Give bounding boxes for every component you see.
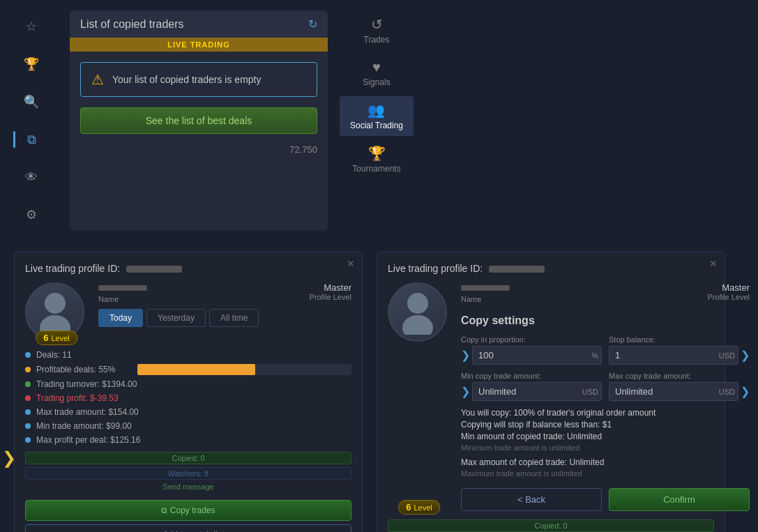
copy-icon[interactable]: ⧉	[19, 127, 44, 152]
star-icon[interactable]: ☆	[19, 14, 44, 39]
right-trader-card: ✕ Live trading profile ID: 6 Level	[377, 252, 725, 532]
stat-dot-turnover	[25, 381, 31, 387]
proportion-arrow-left[interactable]: ❯	[461, 349, 470, 362]
copy-info-3-sub: Minimum trade amount is unlimited	[461, 443, 750, 452]
sidebar: ☆ 🏆 🔍 ⧉ 👁 ⚙	[0, 7, 63, 234]
left-profile-top: 6 Level Name Master Profile Level T	[25, 282, 351, 342]
trophy-icon[interactable]: 🏆	[19, 52, 44, 77]
stat-turnover: Trading turnover: $1394.00	[25, 379, 351, 389]
warning-icon: ⚠	[91, 71, 104, 88]
trades-label: Trades	[364, 35, 390, 45]
social-label: Social Trading	[350, 121, 403, 130]
nav-item-trades[interactable]: ↺ Trades	[354, 10, 400, 50]
max-copy-label: Max copy trade amount:	[609, 372, 750, 380]
tab-alltime[interactable]: All time	[209, 309, 259, 327]
left-watchlist-btn[interactable]: 👁 Add to watch list	[25, 524, 351, 532]
panel-header: List of copied traders ↻	[70, 10, 328, 38]
tab-yesterday[interactable]: Yesterday	[146, 309, 206, 327]
max-copy-arrow-right[interactable]: ❯	[741, 385, 750, 398]
tournaments-icon: 🏆	[368, 145, 386, 162]
eye-icon[interactable]: 👁	[19, 165, 44, 190]
avatar-silhouette	[34, 289, 76, 335]
empty-notice-text: Your list of copied traders is empty	[112, 74, 261, 85]
copy-settings-grid: Copy in proportion: ❯ % Stop balance:	[461, 335, 750, 401]
min-copy-arrow-left[interactable]: ❯	[461, 385, 470, 398]
stop-balance-arrow-right[interactable]: ❯	[741, 349, 750, 362]
min-copy-label: Min copy trade amount:	[461, 372, 602, 380]
social-icon: 👥	[367, 102, 385, 119]
left-avatar-container: 6 Level	[25, 282, 88, 342]
empty-notice: ⚠ Your list of copied traders is empty	[80, 62, 317, 97]
stat-max-profit: Max profit per deal: $125.16	[25, 435, 351, 445]
stat-profitable: Profitable deals: 55%	[25, 364, 351, 375]
min-copy-field: Min copy trade amount: ❯ USD	[461, 372, 602, 401]
search-icon[interactable]: 🔍	[19, 89, 44, 114]
signals-icon: ♥	[372, 59, 381, 75]
max-copy-field: Max copy trade amount: USD ❯	[609, 372, 750, 401]
profitable-bar-fill	[137, 364, 255, 375]
copy-info-2: Copying will stop if balance less than: …	[461, 420, 750, 430]
right-profile-top: 6 Level Name Master Profile Level Cop	[388, 282, 714, 511]
stat-profit: Trading profit: $-39.53	[25, 393, 351, 403]
bottom-section: ✕ Live trading profile ID: 6 Level	[0, 245, 758, 532]
left-stats-list: Deals: 11 Profitable deals: 55% Trading …	[25, 350, 351, 445]
balance-display: 72,750	[70, 141, 328, 158]
left-profile-id-label: Live trading profile ID:	[25, 263, 351, 274]
left-name-bar	[98, 285, 147, 291]
nav-item-signals[interactable]: ♥ Signals	[352, 54, 400, 93]
min-copy-input-wrap: USD	[472, 382, 602, 401]
left-time-tabs: Today Yesterday All time	[98, 309, 351, 327]
right-master-label: Master	[707, 282, 750, 293]
stat-min-trade: Min trade amount: $99.00	[25, 421, 351, 431]
copy-proportion-input[interactable]	[472, 346, 602, 365]
copy-proportion-field: Copy in proportion: ❯ %	[461, 335, 602, 365]
copy-info-1: You will copy: 100% of trader's original…	[461, 408, 750, 418]
proportion-input-wrap: %	[472, 346, 602, 365]
nav-item-social[interactable]: 👥 Social Trading	[340, 96, 414, 136]
back-button[interactable]: < Back	[461, 488, 602, 511]
copied-traders-panel: List of copied traders ↻ LIVE TRADING ⚠ …	[70, 10, 328, 231]
right-copied-count: Copied: 0	[388, 519, 714, 532]
left-master-label: Master	[309, 282, 351, 293]
tab-today[interactable]: Today	[98, 309, 143, 327]
left-card-arrow-left[interactable]: ❯	[2, 448, 16, 468]
tournaments-label: Tournaments	[352, 164, 400, 174]
min-copy-unit: USD	[582, 388, 598, 396]
best-deals-button[interactable]: See the list of best deals	[80, 107, 317, 134]
stat-dot-maxprofit	[25, 437, 31, 443]
balance-value: 72,750	[289, 144, 317, 155]
stat-dot-min	[25, 423, 31, 429]
nav-item-tournaments[interactable]: 🏆 Tournaments	[342, 139, 411, 179]
proportion-unit: %	[591, 351, 598, 360]
trades-icon: ↺	[371, 16, 383, 33]
left-watchers-count: Watchers: 8	[25, 467, 351, 480]
max-copy-unit: USD	[719, 388, 735, 396]
svg-point-0	[45, 293, 66, 314]
panel-title: List of copied traders	[80, 18, 184, 31]
copy-info-3: Min amount of copied trade: Unlimited	[461, 432, 750, 441]
left-card-close[interactable]: ✕	[347, 258, 355, 269]
left-send-message[interactable]: Send message	[25, 482, 351, 491]
stop-balance-input-wrap: USD	[609, 346, 738, 365]
right-name-bar	[461, 285, 510, 291]
stat-dot-profit	[25, 395, 31, 401]
profile-id-bar	[126, 266, 182, 273]
stop-balance-unit: USD	[719, 351, 735, 360]
stat-max-trade: Max trade amount: $154.00	[25, 407, 351, 417]
copy-info-4-sub: Maximum trade amount is unlimited	[461, 469, 750, 478]
right-profile-info: Name Master Profile Level Copy settings …	[461, 282, 750, 511]
left-copy-trades-btn[interactable]: ⧉ Copy trades	[25, 500, 351, 521]
right-profile-id-label: Live trading profile ID:	[388, 263, 714, 274]
right-avatar-silhouette	[397, 289, 439, 335]
right-avatar-container: 6 Level	[388, 282, 450, 511]
left-level-badge: 6 Level	[36, 330, 77, 345]
confirm-button[interactable]: Confirm	[609, 488, 750, 511]
refresh-icon[interactable]: ↻	[308, 17, 317, 31]
signals-label: Signals	[363, 77, 390, 87]
right-card-close[interactable]: ✕	[709, 258, 718, 269]
stop-balance-field: Stop balance: USD ❯	[609, 335, 750, 365]
stat-dot-profitable	[25, 367, 31, 372]
settings-icon[interactable]: ⚙	[19, 202, 44, 227]
left-copied-count: Copied: 0	[25, 452, 351, 464]
copy-proportion-label: Copy in proportion:	[461, 335, 602, 344]
